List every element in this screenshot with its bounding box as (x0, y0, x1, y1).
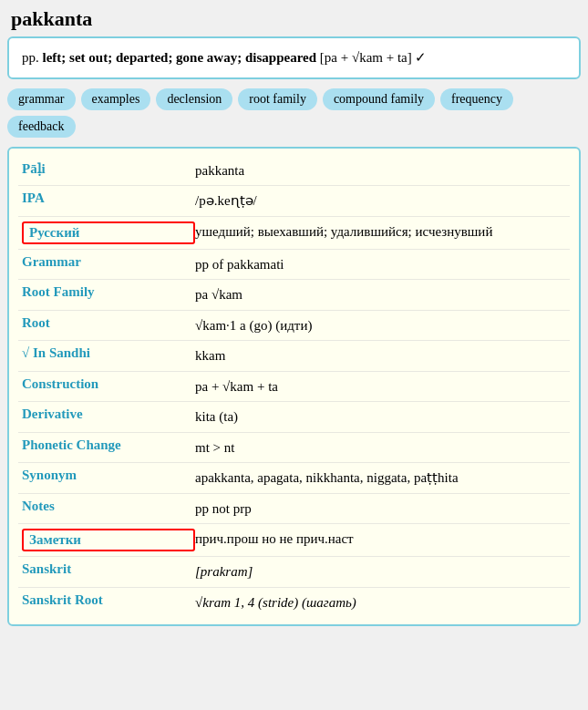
row-value: pa + √kam + ta (195, 376, 566, 397)
row-value: kita (ta) (195, 406, 566, 427)
row-value: pp not prp (195, 499, 566, 520)
row-value: pakkanta (195, 160, 566, 181)
definition-box: pp. left; set out; departed; gone away; … (7, 36, 581, 79)
row-value: ушедший; выехавший; удалившийся; исчезну… (195, 221, 566, 242)
row-label: Synonym (22, 468, 195, 483)
row-label: Sanskrit Root (22, 592, 195, 608)
table-row: Constructionpa + √kam + ta (18, 372, 570, 403)
row-value: apakkanta, apagata, nikkhanta, niggata, … (195, 468, 566, 489)
tag-frequency[interactable]: frequency (440, 88, 513, 110)
row-value: mt > nt (195, 437, 566, 458)
row-value: прич.прош но не прич.наст (195, 529, 566, 550)
row-label: √ In Sandhi (22, 345, 195, 361)
table-row: Root√kam·1 a (go) (идти) (18, 311, 570, 342)
tag-feedback[interactable]: feedback (7, 116, 76, 138)
page-title: pakkanta (7, 7, 581, 31)
row-value: pa √kam (195, 284, 566, 305)
main-table: PāḷipakkantaIPA/pə.keɳṭə/Русскийушедший;… (7, 147, 581, 627)
row-label: Sanskrit (22, 561, 195, 577)
row-value: √kam·1 a (go) (идти) (195, 315, 566, 336)
row-label: Phonetic Change (22, 437, 195, 453)
table-row: Derivativekita (ta) (18, 402, 570, 433)
row-label: Root (22, 315, 195, 331)
table-row: Заметкиприч.прош но не прич.наст (18, 524, 570, 557)
table-row: IPA/pə.keɳṭə/ (18, 186, 570, 217)
table-row: √ In Sandhikkam (18, 341, 570, 372)
definition-text: pp. left; set out; departed; gone away; … (22, 50, 320, 65)
tag-grammar[interactable]: grammar (7, 88, 76, 110)
row-value: kkam (195, 345, 566, 366)
tags-row: grammarexamplesdeclensionroot familycomp… (7, 88, 581, 138)
tag-root-family[interactable]: root family (238, 88, 317, 110)
table-row: Notespp not prp (18, 494, 570, 525)
row-label: IPA (22, 190, 195, 206)
row-label: Root Family (22, 284, 195, 300)
row-value: pp of pakkamati (195, 254, 566, 275)
etymology-text: [pa + √kam + ta] ✓ (320, 50, 428, 65)
table-row: Sanskrit[prakram] (18, 557, 570, 588)
tag-declension[interactable]: declension (156, 88, 232, 110)
row-label: Construction (22, 376, 195, 392)
table-row: Phonetic Changemt > nt (18, 433, 570, 464)
tag-compound-family[interactable]: compound family (323, 88, 435, 110)
row-label: Notes (22, 499, 195, 514)
table-row: Grammarpp of pakkamati (18, 250, 570, 281)
table-row: Русскийушедший; выехавший; удалившийся; … (18, 217, 570, 250)
row-value: /pə.keɳṭə/ (195, 190, 566, 211)
tag-examples[interactable]: examples (81, 88, 151, 110)
table-row: Synonymapakkanta, apagata, nikkhanta, ni… (18, 463, 570, 494)
row-label: Заметки (22, 529, 195, 551)
row-label: Grammar (22, 254, 195, 270)
row-label: Derivative (22, 406, 195, 422)
table-row: Sanskrit Root√kram 1, 4 (stride) (шагать… (18, 588, 570, 618)
table-row: Pāḷipakkanta (18, 156, 570, 187)
row-label: Pāḷi (22, 160, 195, 177)
row-value: [prakram] (195, 561, 566, 582)
row-label: Русский (22, 221, 195, 244)
row-value: √kram 1, 4 (stride) (шагать) (195, 592, 566, 613)
table-row: Root Familypa √kam (18, 280, 570, 311)
